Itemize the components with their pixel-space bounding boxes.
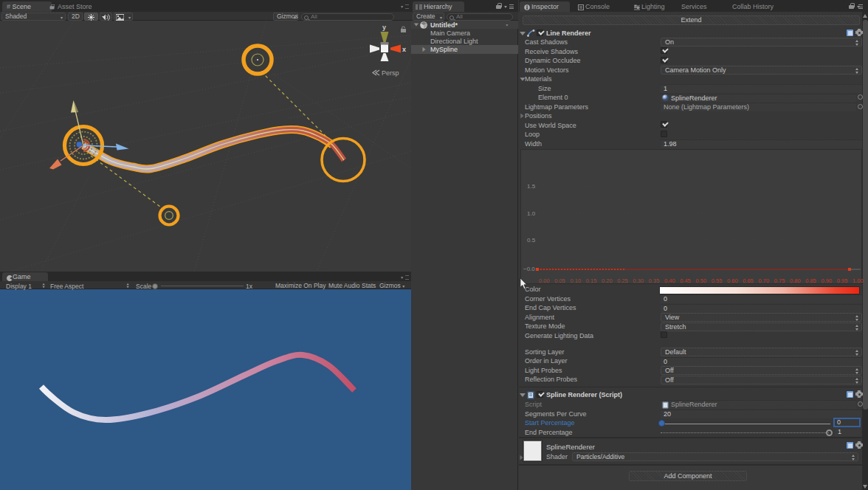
svg-text:y: y <box>382 24 386 31</box>
svg-text:Persp: Persp <box>382 69 399 77</box>
svg-text:x: x <box>402 46 406 53</box>
